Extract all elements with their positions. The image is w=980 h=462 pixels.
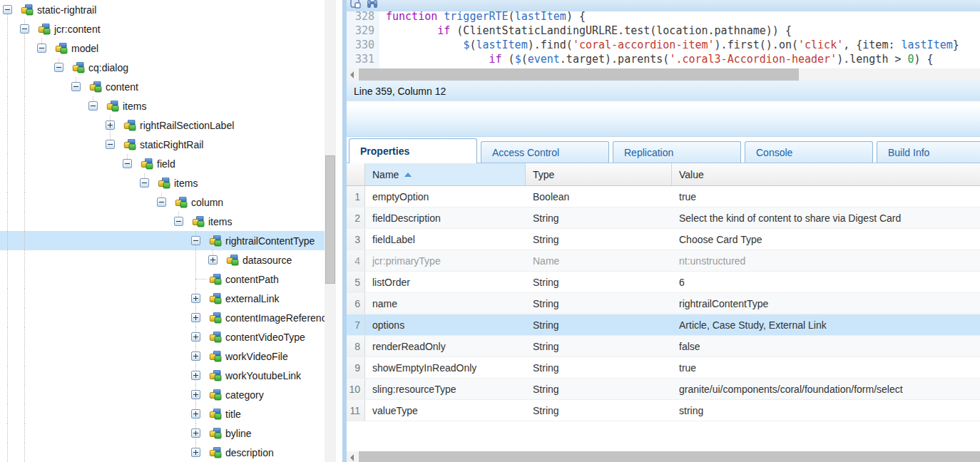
column-header-value[interactable]: Value — [672, 163, 980, 185]
tree-node-field[interactable]: field — [0, 154, 325, 173]
tree-node-label: field — [157, 158, 175, 170]
property-row[interactable]: 9showEmptyInReadOnlyStringtrue — [347, 357, 980, 379]
tab-replication[interactable]: Replication — [613, 141, 741, 163]
tree-node-cq:dialog[interactable]: cq:dialog — [0, 58, 325, 77]
property-name-cell: valueType — [365, 400, 526, 421]
column-header-type[interactable]: Type — [526, 163, 672, 185]
tree-node-datasource[interactable]: datasource — [0, 250, 325, 270]
scroll-left-arrow-icon[interactable] — [347, 68, 359, 81]
tree-node-workYoutubeLink[interactable]: workYoutubeLink — [0, 366, 325, 385]
collapse-node-icon[interactable] — [140, 178, 149, 188]
collapse-node-icon[interactable] — [54, 63, 63, 72]
collapse-node-icon[interactable] — [174, 217, 183, 226]
tree-indent-guide — [54, 270, 71, 289]
binoculars-search-icon[interactable] — [367, 0, 378, 9]
tree-node-model[interactable]: model — [0, 38, 325, 58]
copy-icon[interactable] — [350, 0, 362, 9]
tree-indent-guide — [88, 154, 106, 173]
tree-node-content[interactable]: content — [0, 77, 325, 96]
collapse-node-icon[interactable] — [71, 82, 81, 91]
property-row[interactable]: 7optionsStringArticle, Case Study, Exter… — [347, 314, 980, 336]
property-row[interactable]: 2fieldDescriptionStringSelect the kind o… — [347, 207, 980, 229]
tree-indent-guide — [106, 289, 123, 308]
tree-node-items[interactable]: items — [0, 173, 325, 192]
property-row[interactable]: 3fieldLabelStringChoose Card Type — [347, 229, 980, 250]
collapse-node-icon[interactable] — [37, 43, 46, 53]
tree-indent-guide — [174, 443, 191, 462]
collapse-node-icon[interactable] — [106, 140, 115, 149]
expand-node-icon[interactable] — [191, 351, 200, 361]
properties-horizontal-scrollbar[interactable] — [347, 451, 980, 462]
tree-indent-guide — [191, 250, 208, 270]
tree-node-contentImageReference[interactable]: contentImageReference — [0, 308, 325, 327]
code-token: '.coral3-Accordion-header' — [669, 53, 837, 66]
tree-node-byline[interactable]: byline — [0, 423, 325, 443]
expand-node-icon[interactable] — [191, 390, 200, 399]
tree-indent-guide — [140, 270, 157, 289]
property-row[interactable]: 11valueTypeStringstring — [347, 400, 980, 421]
collapse-node-icon[interactable] — [123, 159, 132, 168]
tree-vertical-scrollbar[interactable] — [325, 0, 336, 462]
property-type-cell: String — [526, 293, 672, 314]
expand-node-icon[interactable] — [191, 428, 200, 438]
tree-node-column[interactable]: column — [0, 192, 325, 212]
collapse-node-icon[interactable] — [20, 24, 29, 34]
expand-node-icon[interactable] — [106, 120, 115, 130]
jcr-node-icon — [209, 274, 222, 285]
tab-console[interactable]: Console — [745, 141, 873, 163]
column-header-name[interactable]: Name — [365, 163, 526, 185]
tab-access-control[interactable]: Access Control — [481, 141, 609, 163]
collapse-node-icon[interactable] — [88, 101, 98, 111]
tree-node-description[interactable]: description — [0, 443, 325, 462]
tab-properties[interactable]: Properties — [349, 138, 477, 163]
property-type-cell: Name — [526, 250, 672, 271]
expand-node-icon[interactable] — [191, 294, 200, 303]
sort-ascending-icon — [404, 173, 412, 177]
property-row[interactable]: 5listOrderString6 — [347, 272, 980, 293]
property-row[interactable]: 6nameStringrightrailContentType — [347, 293, 980, 314]
tree-node-title[interactable]: title — [0, 404, 325, 423]
expand-node-icon[interactable] — [191, 448, 200, 457]
tree-node-staticRightRail[interactable]: staticRightRail — [0, 135, 325, 154]
property-row[interactable]: 4jcr:primaryTypeNament:unstructured — [347, 250, 980, 272]
tab-build-info[interactable]: Build Info — [877, 141, 980, 163]
expand-node-icon[interactable] — [191, 332, 200, 342]
tree-node-items[interactable]: items — [0, 96, 325, 115]
property-row[interactable]: 1emptyOptionBooleantrue — [347, 186, 980, 207]
code-editor[interactable]: 328329330331 function triggerRTE(lastIte… — [347, 11, 980, 68]
property-row[interactable]: 8renderReadOnlyStringfalse — [347, 336, 980, 357]
collapse-node-icon[interactable] — [157, 197, 166, 207]
property-row[interactable]: 10sling:resourceTypeStringgranite/ui/com… — [347, 379, 980, 400]
tree-node-workVideoFile[interactable]: workVideoFile — [0, 346, 325, 366]
tree-scrollbar-thumb[interactable] — [325, 155, 335, 284]
expand-node-icon[interactable] — [208, 255, 218, 265]
jcr-node-icon — [192, 216, 205, 227]
expand-node-icon[interactable] — [191, 371, 200, 380]
tree-node-contentPath[interactable]: contentPath — [0, 270, 325, 289]
tree-node-static-rightrail[interactable]: static-rightrail — [0, 0, 325, 19]
line-number: 329 — [347, 24, 374, 38]
code-horizontal-scrollbar[interactable] — [347, 68, 980, 81]
tree-indent-guide — [106, 250, 123, 270]
tree-indent-guide — [106, 212, 123, 231]
tree-node-contentVideoType[interactable]: contentVideoType — [0, 327, 325, 346]
properties-scrollbar-thumb[interactable] — [359, 451, 980, 462]
tree-node-rightrailContentType[interactable]: rightrailContentType — [0, 231, 325, 250]
tree-node-externalLink[interactable]: externalLink — [0, 289, 325, 308]
expand-node-icon[interactable] — [191, 409, 200, 419]
code-scrollbar-thumb[interactable] — [359, 68, 799, 81]
property-value-cell: rightrailContentType — [672, 293, 980, 314]
tree-node-items[interactable]: items — [0, 212, 325, 231]
tree-indent-guide — [71, 192, 88, 212]
tree-node-jcr:content[interactable]: jcr:content — [0, 19, 325, 38]
collapse-node-icon[interactable] — [191, 236, 200, 245]
tree-connector — [191, 270, 208, 289]
collapse-node-icon[interactable] — [3, 5, 12, 14]
code-text[interactable]: function triggerRTE(lastItem) { if (Clie… — [379, 11, 980, 68]
property-value-cell: Choose Card Type — [672, 229, 980, 250]
tree-connector — [191, 385, 208, 404]
expand-node-icon[interactable] — [191, 313, 200, 322]
tree-node-rightRailSectionLabel[interactable]: rightRailSectionLabel — [0, 115, 325, 135]
scroll-left-arrow-icon[interactable] — [347, 451, 359, 462]
tree-node-category[interactable]: category — [0, 385, 325, 404]
